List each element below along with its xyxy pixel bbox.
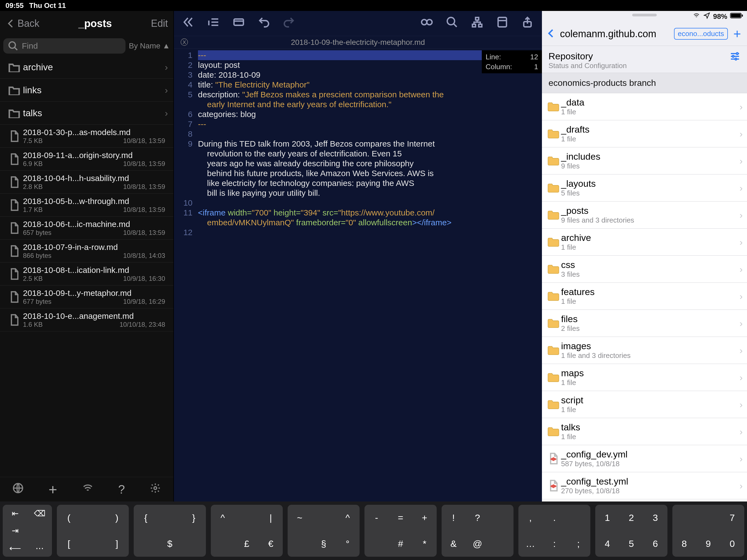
key[interactable]: ^	[336, 505, 360, 531]
folder-row[interactable]: archive ›	[0, 56, 173, 79]
key[interactable]: 5	[619, 531, 643, 557]
file-row[interactable]: 2018-09-11-a...origin-story.md 6.9 KB10/…	[0, 148, 173, 171]
file-row[interactable]: 2018-10-08-t...ication-link.md 2.5 KB10/…	[0, 262, 173, 285]
code-content[interactable]: --- layout: post date: 2018-10-09 title:…	[196, 49, 542, 502]
close-tab-icon[interactable]: ⓧ	[180, 37, 188, 48]
repo-row[interactable]: images 1 file and 3 directories ›	[542, 337, 747, 364]
repo-add-button[interactable]: +	[731, 26, 743, 41]
key[interactable]	[182, 531, 206, 557]
key[interactable]: *	[413, 531, 437, 557]
key-group[interactable]: {}$	[134, 505, 206, 557]
repo-section-title[interactable]: Repository	[548, 51, 627, 61]
repo-row[interactable]: _posts 9 files and 3 directories ›	[542, 202, 747, 229]
key-group[interactable]: ,.…:;	[518, 505, 590, 557]
key[interactable]: {	[134, 505, 158, 531]
key[interactable]	[567, 505, 591, 531]
repo-row[interactable]: <> config.yml ›	[542, 499, 747, 502]
repo-row[interactable]: features 1 file ›	[542, 283, 747, 310]
repo-row[interactable]: maps 1 file ›	[542, 364, 747, 391]
key[interactable]: 7	[720, 505, 744, 531]
key[interactable]: …	[518, 531, 542, 557]
key[interactable]: 3	[643, 505, 667, 531]
branch-badge[interactable]: econo...oducts	[674, 28, 728, 40]
globe-icon[interactable]	[12, 483, 24, 496]
open-file-tab[interactable]: 2018-10-09-the-electricity-metaphor.md	[291, 38, 425, 47]
key-group[interactable]: ~^§°	[288, 505, 360, 557]
key[interactable]	[489, 505, 514, 531]
repo-row[interactable]: talks 1 file ›	[542, 418, 747, 445]
folder-row[interactable]: talks ›	[0, 102, 173, 125]
structure-icon[interactable]	[471, 16, 483, 31]
key[interactable]: 1	[595, 505, 619, 531]
repo-row[interactable]: css 3 files ›	[542, 256, 747, 283]
key[interactable]: .	[542, 505, 567, 531]
key[interactable]: ~	[288, 505, 312, 531]
key-group[interactable]: 123456	[595, 505, 667, 557]
key[interactable]	[158, 505, 182, 531]
key[interactable]: 2	[619, 505, 643, 531]
key[interactable]: 9	[696, 531, 720, 557]
slideover-grabber[interactable]	[632, 14, 657, 17]
back-button[interactable]: Back	[5, 18, 40, 29]
repo-row[interactable]: archive 1 file ›	[542, 229, 747, 256]
key[interactable]: ^	[211, 505, 235, 531]
file-row[interactable]: 2018-01-30-p...as-models.md 7.5 KB10/8/1…	[0, 125, 173, 148]
redo-icon[interactable]	[283, 16, 295, 31]
key[interactable]: )	[105, 505, 129, 531]
add-button[interactable]: +	[48, 481, 57, 498]
key[interactable]: (	[57, 505, 81, 531]
key[interactable]	[672, 505, 696, 531]
key[interactable]: [	[57, 531, 81, 557]
key[interactable]: °	[336, 531, 360, 557]
repo-row[interactable]: _includes 9 files ›	[542, 147, 747, 175]
key-group[interactable]: 7890	[672, 505, 744, 557]
key[interactable]: :	[542, 531, 567, 557]
key[interactable]	[235, 505, 259, 531]
key[interactable]: -	[364, 505, 389, 531]
repo-row[interactable]: _layouts 5 files ›	[542, 175, 747, 202]
repo-host[interactable]: colemanm.github.com	[560, 28, 671, 40]
repo-row[interactable]: _data 1 file ›	[542, 93, 747, 120]
key[interactable]: ?	[465, 505, 489, 531]
key[interactable]: =	[389, 505, 413, 531]
arrow-key-cluster[interactable]: ⇤⌫ ⇥ ⟵⋯	[3, 505, 52, 557]
file-row[interactable]: 2018-10-05-b...w-through.md 1.7 KB10/8/1…	[0, 194, 173, 217]
key[interactable]: #	[389, 531, 413, 557]
preview-icon[interactable]	[420, 16, 433, 31]
wifi-icon[interactable]	[82, 483, 93, 496]
code-editor[interactable]: 12345 6789 1011 12 --- layout: post date…	[174, 49, 542, 502]
file-row[interactable]: 2018-10-04-h...h-usability.md 2.8 KB10/8…	[0, 171, 173, 194]
key[interactable]: §	[312, 531, 336, 557]
sort-button[interactable]: By Name ▲	[129, 42, 170, 50]
folder-row[interactable]: links ›	[0, 79, 173, 102]
key[interactable]: 0	[720, 531, 744, 557]
card-icon[interactable]	[232, 16, 245, 31]
key[interactable]: 8	[672, 531, 696, 557]
key[interactable]: ]	[105, 531, 129, 557]
key[interactable]	[312, 505, 336, 531]
key[interactable]	[81, 505, 105, 531]
key[interactable]: 6	[643, 531, 667, 557]
key[interactable]: ;	[567, 531, 591, 557]
key[interactable]: €	[259, 531, 283, 557]
key[interactable]: 4	[595, 531, 619, 557]
key[interactable]: ,	[518, 505, 542, 531]
key[interactable]: $	[158, 531, 182, 557]
settings-icon[interactable]	[150, 483, 161, 496]
key[interactable]	[696, 505, 720, 531]
key[interactable]: |	[259, 505, 283, 531]
key[interactable]	[211, 531, 235, 557]
repo-row[interactable]: files 2 files ›	[542, 310, 747, 337]
key[interactable]: &	[442, 531, 466, 557]
key[interactable]	[134, 531, 158, 557]
find-icon[interactable]	[446, 16, 458, 31]
key[interactable]: £	[235, 531, 259, 557]
edit-button[interactable]: Edit	[151, 18, 168, 29]
key[interactable]: }	[182, 505, 206, 531]
key[interactable]	[364, 531, 389, 557]
file-row[interactable]: 2018-10-09-t...y-metaphor.md 677 bytes10…	[0, 285, 173, 308]
repo-back-button[interactable]	[546, 28, 557, 40]
list-icon[interactable]	[207, 16, 220, 31]
collapse-left-icon[interactable]	[182, 16, 195, 31]
repo-row[interactable]: <> _config_test.yml 270 bytes, 10/8/18 ›	[542, 472, 747, 499]
